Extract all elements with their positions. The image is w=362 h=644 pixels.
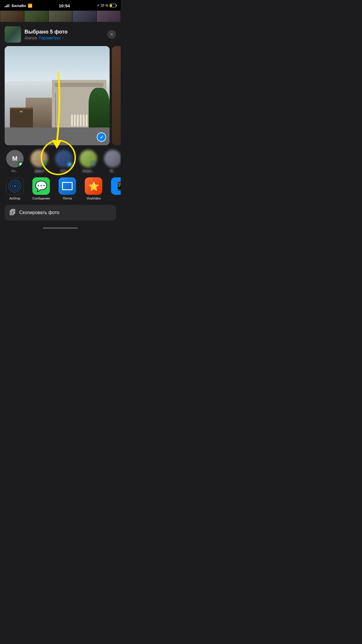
messages-bubble-icon: 💬 xyxy=(35,181,47,191)
top-photo-4 xyxy=(72,10,96,22)
mail-app-icon xyxy=(59,177,76,195)
contact-avatar-katya: ✈ xyxy=(55,150,73,167)
contact-item-katrin[interactable]: В Катри... xyxy=(78,150,99,173)
clock: 10:54 xyxy=(59,3,70,8)
sky xyxy=(5,46,110,81)
telegram-badge-icon: ✈ xyxy=(68,163,71,166)
battery-percent: 35 % xyxy=(101,4,108,8)
signal-icon xyxy=(5,4,10,7)
action-copy-label: Скопировать фото xyxy=(19,210,59,215)
contact-avatar-darya: 📞 xyxy=(31,150,48,167)
contact-name-katya: Катя xyxy=(60,169,67,173)
contact-name-darya: Дарья xyxy=(35,169,44,173)
contact-avatar-m2 xyxy=(104,150,121,167)
contacts-scroll[interactable]: M 💬 Ми... 📞 Дарья ✈ Катя xyxy=(0,145,121,175)
building-sign xyxy=(55,83,103,87)
airdrop-icon xyxy=(6,177,24,195)
contact-badge-messages: 💬 xyxy=(18,162,24,167)
road xyxy=(5,127,110,145)
bottom-handle xyxy=(0,225,121,233)
airdrop-waves xyxy=(8,180,21,192)
share-header-text: Выбрано 5 фото Alanya Параметры › xyxy=(24,29,107,40)
vivavideo-star-icon: ⭐ xyxy=(88,181,99,191)
top-photo-1 xyxy=(0,10,24,22)
messages-badge-icon: 💬 xyxy=(19,163,22,166)
contact-item-m[interactable]: M 💬 Ми... xyxy=(5,150,25,173)
top-photo-3 xyxy=(48,10,73,22)
messages-app-icon: 💬 xyxy=(32,177,50,195)
contact-name-katrin: Катри... xyxy=(83,169,94,173)
contact-badge-whatsapp: 📞 xyxy=(42,162,48,167)
vk-badge-icon: В xyxy=(93,163,95,166)
share-thumbnail xyxy=(5,26,21,43)
action-copy-photo[interactable]: 🗐 Скопировать фото xyxy=(5,205,116,220)
airdrop-label: AirDrop xyxy=(9,197,20,200)
mail-envelope-icon xyxy=(62,182,73,190)
status-bar: Билайн 📶 10:54 ↗ 35 % xyxy=(0,0,121,10)
carrier-label: Билайн xyxy=(12,4,26,8)
messages-label: Сообщения xyxy=(32,197,50,200)
building-scene: WC xyxy=(5,46,110,145)
contact-item-m2[interactable]: М... xyxy=(103,150,121,173)
contact-badge-vk: В xyxy=(91,162,97,167)
wifi-icon: 📶 xyxy=(28,4,32,8)
avatar-initial: M xyxy=(12,155,17,162)
wc-building: WC xyxy=(10,108,33,127)
status-left: Билайн 📶 xyxy=(5,4,32,8)
action-rows: 🗐 Скопировать фото xyxy=(5,205,116,220)
contact-item-darya[interactable]: 📞 Дарья xyxy=(29,150,50,173)
share-sheet: Выбрано 5 фото Alanya Параметры › × xyxy=(0,22,121,233)
preview-photo-2 xyxy=(112,46,121,145)
mail-envelope-container xyxy=(59,177,76,195)
chevron-right-icon: › xyxy=(62,36,64,40)
wave-outer-3 xyxy=(12,183,18,189)
battery-icon xyxy=(110,4,116,7)
share-title: Выбрано 5 фото xyxy=(24,29,107,35)
share-location: Alanya xyxy=(24,36,37,40)
contact-avatar-katrin: В xyxy=(80,150,97,167)
contact-name-m: Ми... xyxy=(11,169,18,173)
contact-avatar-m: M 💬 xyxy=(6,150,24,167)
share-subtitle: Alanya Параметры › xyxy=(24,36,107,40)
app-item-messages[interactable]: 💬 Сообщения xyxy=(31,177,51,200)
contact-item-katya[interactable]: ✈ Катя xyxy=(54,150,74,173)
trees xyxy=(89,88,110,127)
selected-badge: ✓ xyxy=(97,132,106,142)
close-icon: × xyxy=(110,32,113,37)
close-button[interactable]: × xyxy=(107,30,116,39)
app-item-vivavideo[interactable]: ⭐ VivaVideo xyxy=(83,177,104,200)
share-header: Выбрано 5 фото Alanya Параметры › × xyxy=(0,22,121,46)
preview-photo-main: WC ✓ xyxy=(5,46,110,145)
more-app-icon: 📱 xyxy=(111,177,121,195)
app-item-more[interactable]: 📱 xyxy=(110,177,121,200)
checkmark-icon: ✓ xyxy=(100,134,103,140)
vivavideo-app-icon: ⭐ xyxy=(85,177,102,195)
mail-label: Почта xyxy=(63,197,72,200)
copy-icon: 🗐 xyxy=(9,209,16,216)
contact-name-m2: М... xyxy=(110,169,115,173)
vivavideo-label: VivaVideo xyxy=(86,197,101,200)
preview-scroll[interactable]: WC ✓ xyxy=(0,46,121,145)
action-copy-left: 🗐 Скопировать фото xyxy=(9,209,59,216)
phone-icon: 📱 xyxy=(115,181,121,191)
lamppost xyxy=(55,93,56,127)
status-right: ↗ 35 % xyxy=(96,4,116,8)
share-params-button[interactable]: Параметры xyxy=(39,36,61,40)
top-photo-2 xyxy=(24,10,48,22)
photo-strip-top xyxy=(0,10,121,22)
location-arrow-icon: ↗ xyxy=(96,4,99,8)
whatsapp-badge-icon: 📞 xyxy=(44,163,47,166)
top-photo-5 xyxy=(96,10,121,22)
app-item-mail[interactable]: Почта xyxy=(57,177,78,200)
contact-badge-telegram: ✈ xyxy=(67,162,73,167)
handle-bar xyxy=(43,228,78,229)
apps-scroll[interactable]: AirDrop 💬 Сообщения Почта ⭐ VivaVideo xyxy=(0,175,121,205)
app-item-airdrop[interactable]: AirDrop xyxy=(5,177,25,200)
